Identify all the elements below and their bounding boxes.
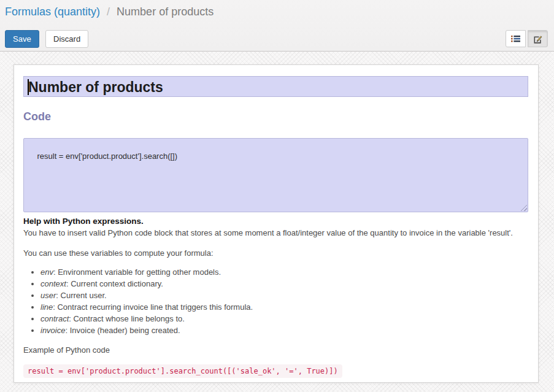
- discard-button[interactable]: Discard: [45, 30, 88, 48]
- list-view-button[interactable]: [506, 30, 526, 47]
- breadcrumb-current: Number of products: [117, 6, 214, 18]
- name-field-value: Number of products: [28, 79, 163, 95]
- list-view-icon: [506, 34, 525, 43]
- variable-name: user: [40, 291, 56, 300]
- example-code: result = env['product.product'].search_c…: [23, 364, 342, 378]
- code-textarea[interactable]: result = env['product.product'].search([…: [23, 138, 528, 212]
- variable-desc: : Invoice (header) being created.: [65, 326, 180, 335]
- save-button[interactable]: Save: [5, 30, 39, 48]
- pencil-square-icon: [528, 34, 547, 44]
- list-item: context: Current context dictionary.: [40, 278, 528, 290]
- list-item: line: Contract recurring invoice line th…: [40, 301, 528, 313]
- variable-name: line: [40, 302, 53, 312]
- list-item: invoice: Invoice (header) being created.: [40, 325, 528, 336]
- help-heading: Help with Python expressions.: [23, 217, 528, 226]
- variable-name: context: [40, 279, 66, 288]
- breadcrumb-separator: /: [107, 6, 110, 18]
- view-switcher: [506, 30, 548, 47]
- help-variables-intro: You can use these variables to compute y…: [23, 248, 528, 259]
- form-sheet: Number of products Code result = env['pr…: [13, 64, 539, 383]
- breadcrumb: Formulas (quantity) / Number of products: [5, 4, 549, 20]
- list-item: contract: Contract whose line belongs to…: [40, 313, 528, 325]
- name-field[interactable]: Number of products: [23, 76, 528, 97]
- help-intro-text: You have to insert valid Python code blo…: [23, 228, 528, 239]
- variable-desc: : Contract recurring invoice line that t…: [53, 302, 253, 312]
- variable-desc: : Environment variable for getting other…: [53, 267, 221, 277]
- variable-desc: : Current user.: [56, 291, 106, 300]
- list-item: user: Current user.: [40, 290, 528, 301]
- form-view-button[interactable]: [528, 30, 548, 47]
- variable-name: env: [40, 267, 53, 277]
- example-label: Example of Python code: [23, 345, 528, 356]
- control-panel: Formulas (quantity) / Number of products…: [0, 0, 554, 52]
- code-section-heading: Code: [23, 110, 528, 123]
- code-textarea-value: result = env['product.product'].search([…: [37, 152, 177, 161]
- variable-name: invoice: [40, 326, 65, 335]
- variable-desc: : Current context dictionary.: [66, 279, 163, 288]
- textarea-resize-handle[interactable]: [520, 204, 527, 211]
- variables-list: env: Environment variable for getting ot…: [23, 266, 528, 336]
- variable-desc: : Contract whose line belongs to.: [69, 314, 185, 323]
- variable-name: contract: [40, 314, 69, 323]
- breadcrumb-parent-link[interactable]: Formulas (quantity): [5, 6, 100, 18]
- python-help-block: Help with Python expressions. You have t…: [23, 217, 528, 378]
- list-item: env: Environment variable for getting ot…: [40, 266, 528, 278]
- actions-row: Save Discard: [5, 30, 548, 47]
